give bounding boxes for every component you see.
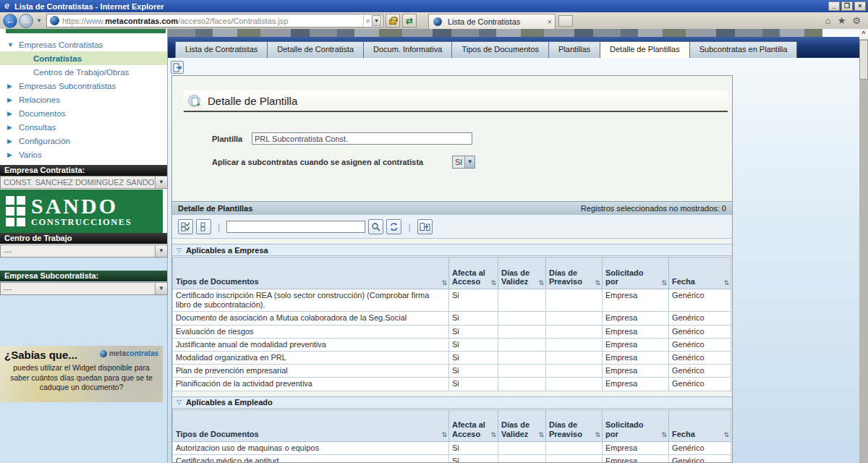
table-row[interactable]: Certificado médico de aptitudSiEmpresaGe… xyxy=(173,454,731,463)
sidebar-item-contratistas[interactable]: Contratistas xyxy=(0,51,167,65)
address-dropdown-icon[interactable]: ▼ xyxy=(372,15,381,26)
column-header-afecta-al-acceso[interactable]: Afecta al Acceso⇅ xyxy=(449,409,498,441)
sidebar-item-empresas-subcontratistas[interactable]: ▶Empresas Subcontratistas xyxy=(0,79,167,93)
favorites-star-icon[interactable]: ★ xyxy=(838,15,846,26)
restore-button[interactable]: ❐ xyxy=(841,1,853,11)
chevron-right-icon[interactable]: ▶ xyxy=(7,137,19,145)
column-header-afecta-al-acceso[interactable]: Afecta al Acceso⇅ xyxy=(449,258,498,289)
chevron-down-icon[interactable]: ▽ xyxy=(176,399,182,406)
chevron-right-icon[interactable]: ▶ xyxy=(7,96,19,103)
browser-tab[interactable]: Lista de Contratistas × xyxy=(428,14,556,29)
chevron-down-icon[interactable]: ▼ xyxy=(155,245,167,257)
new-tab-button[interactable] xyxy=(558,15,573,27)
deselect-all-button[interactable] xyxy=(196,219,211,234)
chevron-right-icon[interactable]: ▶ xyxy=(7,124,19,131)
sort-icon[interactable]: ⇅ xyxy=(595,431,600,438)
tab-detalle-de-contratista[interactable]: Detalle de Contratista xyxy=(267,41,363,58)
page-scrollbar[interactable]: ^ xyxy=(859,29,868,463)
chevron-down-icon[interactable]: ▼ xyxy=(155,177,167,188)
tab-plantillas[interactable]: Plantillas xyxy=(548,41,600,58)
sort-icon[interactable]: ⇅ xyxy=(441,431,447,438)
sidebar-item-centros-de-trabajo-obras[interactable]: Centros de Trabajo/Obras xyxy=(0,65,167,79)
aplicar-select[interactable]: SI ▼ xyxy=(452,156,475,169)
column-header-tipos-de-documentos[interactable]: Tipos de Documentos⇅ xyxy=(173,258,449,289)
security-lock-button[interactable] xyxy=(386,14,400,27)
sort-icon[interactable]: ⇅ xyxy=(538,279,544,286)
sabias-que-widget[interactable]: metacontratas ¿Sabías que... puedes util… xyxy=(0,346,163,402)
plantilla-input[interactable] xyxy=(252,132,472,145)
sort-icon[interactable]: ⇅ xyxy=(441,279,447,286)
sort-icon[interactable]: ⇅ xyxy=(661,431,667,438)
sidebar-item-varios[interactable]: ▶Varios xyxy=(0,148,167,161)
sort-icon[interactable]: ⇅ xyxy=(490,279,496,286)
chevron-down-icon[interactable]: ▼ xyxy=(464,156,475,168)
collapse-pane-button[interactable] xyxy=(171,61,184,74)
sidebar-item-documentos[interactable]: ▶Documentos xyxy=(0,106,167,120)
column-header-d-as-de-preaviso[interactable]: Días de Preaviso⇅ xyxy=(546,258,603,289)
chevron-down-icon[interactable]: ▼ xyxy=(7,41,19,48)
chevron-right-icon[interactable]: ▶ xyxy=(7,110,19,117)
copy-export-icon xyxy=(420,222,430,232)
empresa-subcontratista-select[interactable]: --- ▼ xyxy=(0,282,168,295)
table-row[interactable]: Planificación de la actividad preventiva… xyxy=(173,378,731,391)
chevron-down-icon[interactable]: ▼ xyxy=(155,283,167,294)
tab-subcontratas-en-plantilla[interactable]: Subcontratas en Plantilla xyxy=(689,41,798,58)
sort-icon[interactable]: ⇅ xyxy=(723,279,729,286)
select-all-button[interactable] xyxy=(178,219,193,234)
sidebar-item-relaciones[interactable]: ▶Relaciones xyxy=(0,93,167,106)
scroll-up-button[interactable]: ^ xyxy=(859,29,868,39)
column-header-fecha[interactable]: Fecha⇅ xyxy=(669,409,731,441)
address-bar[interactable]: https://www.metacontratas.com/acceso2/fa… xyxy=(46,14,383,27)
table-row[interactable]: Plan de prevención empresarialSiEmpresaG… xyxy=(173,365,731,378)
sort-icon[interactable]: ⇅ xyxy=(595,279,600,286)
section-header-aplicables-a-empresa[interactable]: ▽Aplicables a Empresa xyxy=(172,244,732,256)
empresa-contratista-select[interactable]: CONST. SANCHEZ DOMINGUEZ SANDO, ▼ xyxy=(0,176,168,189)
export-records-button[interactable] xyxy=(417,219,433,234)
home-icon[interactable]: ⌂ xyxy=(825,15,831,26)
sidebar-item-empresas-contratistas[interactable]: ▼Empresas Contratistas xyxy=(0,38,167,51)
section-header-aplicables-a-empleado[interactable]: ▽Aplicables a Empleado xyxy=(172,396,732,409)
table-row[interactable]: Certificado inscripción REA (solo sector… xyxy=(173,289,731,312)
back-button[interactable]: ← xyxy=(3,14,17,28)
centro-trabajo-select[interactable]: --- ▼ xyxy=(0,245,168,258)
tab-close-icon[interactable]: × xyxy=(548,17,552,26)
column-header-d-as-de-preaviso[interactable]: Días de Preaviso⇅ xyxy=(546,409,603,441)
settings-gear-icon[interactable]: ⚙ xyxy=(852,15,861,26)
column-header-fecha[interactable]: Fecha⇅ xyxy=(669,258,731,289)
grid-refresh-button[interactable] xyxy=(386,219,401,234)
grid-search-button[interactable] xyxy=(368,219,383,234)
sort-icon[interactable]: ⇅ xyxy=(661,279,667,286)
tab-detalle-de-plantillas[interactable]: Detalle de Plantillas xyxy=(600,41,689,58)
chevron-down-icon[interactable]: ▽ xyxy=(176,247,182,254)
table-row[interactable]: Evaluación de riesgosSiEmpresaGenérico xyxy=(173,325,731,338)
table-row[interactable]: Autorizacion uso de maquinas o equiposSi… xyxy=(173,441,731,454)
sort-icon[interactable]: ⇅ xyxy=(723,431,729,438)
tab-lista-de-contratistas[interactable]: Lista de Contratistas xyxy=(175,41,267,58)
grid-search-input[interactable] xyxy=(226,221,365,233)
refresh-button[interactable]: ⇄ xyxy=(402,14,417,27)
column-header-solicitado-por[interactable]: Solicitado por⇅ xyxy=(603,409,669,441)
table-cell xyxy=(498,441,546,454)
table-row[interactable]: Justificante anual de modalidad preventi… xyxy=(173,338,731,351)
search-icon[interactable]: ⌕ xyxy=(366,16,370,25)
column-header-d-as-de-validez[interactable]: Días de Validez⇅ xyxy=(498,258,546,289)
table-row[interactable]: Documento de asociación a Mutua colabora… xyxy=(173,312,731,325)
tab-docum-informativa[interactable]: Docum. Informativa xyxy=(363,41,451,58)
scrollbar-thumb[interactable] xyxy=(859,40,868,80)
sidebar-item-configuraci-n[interactable]: ▶Configuración xyxy=(0,134,167,148)
minimize-button[interactable]: _ xyxy=(828,1,840,11)
chevron-right-icon[interactable]: ▶ xyxy=(7,151,19,158)
table-row[interactable]: Modalidad organizativa en PRLSiEmpresaGe… xyxy=(173,351,731,364)
sort-icon[interactable]: ⇅ xyxy=(538,431,544,438)
sidebar-item-consultas[interactable]: ▶Consultas xyxy=(0,120,167,134)
chevron-right-icon[interactable]: ▶ xyxy=(7,82,19,90)
column-header-d-as-de-validez[interactable]: Días de Validez⇅ xyxy=(498,409,546,441)
recent-pages-dropdown-icon[interactable]: ▼ xyxy=(36,17,42,24)
tab-tipos-de-documentos[interactable]: Tipos de Documentos xyxy=(451,41,548,58)
sort-icon[interactable]: ⇅ xyxy=(490,431,496,438)
close-button[interactable]: × xyxy=(854,1,866,11)
column-header-solicitado-por[interactable]: Solicitado por⇅ xyxy=(603,258,669,289)
window-title: Lista de Contratistas - Internet Explore… xyxy=(14,2,164,11)
forward-button[interactable]: → xyxy=(19,14,33,28)
column-header-tipos-de-documentos[interactable]: Tipos de Documentos⇅ xyxy=(173,409,449,441)
